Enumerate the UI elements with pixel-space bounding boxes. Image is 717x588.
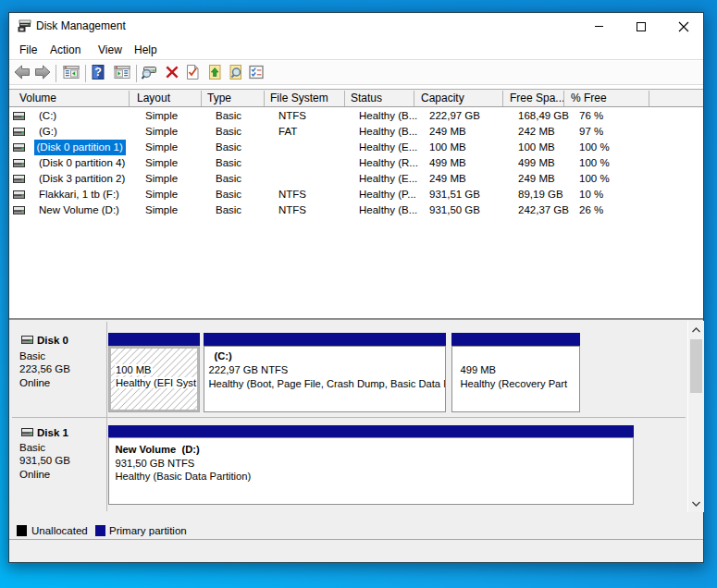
svg-text:?: ? [94,66,102,79]
